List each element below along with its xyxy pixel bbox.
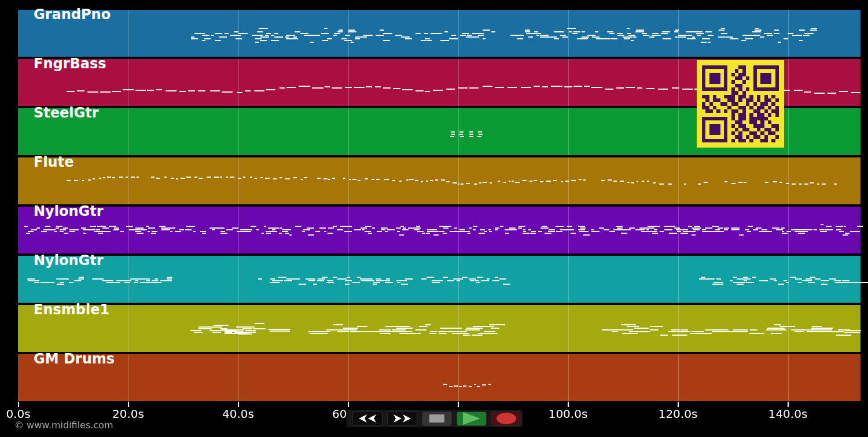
stop-button[interactable] xyxy=(422,412,452,426)
midi-player-window: GrandPnoFngrBassSteelGtrFluteNylonGtrNyl… xyxy=(0,0,868,437)
record-button[interactable] xyxy=(491,412,521,426)
qr-code-modules xyxy=(702,65,779,142)
axis-tick-label: 100.0s xyxy=(549,407,588,421)
axis-tick xyxy=(458,402,459,407)
axis-tick xyxy=(678,402,679,407)
stop-icon xyxy=(429,414,445,423)
axis-tick xyxy=(18,402,19,407)
axis-tick xyxy=(128,402,129,407)
transport-bar xyxy=(347,410,523,427)
axis-tick-label: 120.0s xyxy=(659,407,698,421)
play-button[interactable] xyxy=(457,412,487,426)
axis-tick xyxy=(568,402,569,407)
axis-tick-label: 0.0s xyxy=(6,407,30,421)
axis-tick-label: 40.0s xyxy=(222,407,254,421)
copyright-text: © www.midifiles.com xyxy=(14,420,113,431)
record-icon xyxy=(495,412,517,425)
rewind-button[interactable] xyxy=(352,412,382,426)
rewind-icon xyxy=(357,414,378,423)
fast-forward-button[interactable] xyxy=(387,412,417,426)
axis-tick xyxy=(348,402,349,407)
axis-tick xyxy=(788,402,789,407)
axis-tick-label: 140.0s xyxy=(768,407,808,421)
axis-tick xyxy=(238,402,239,407)
qr-code xyxy=(697,60,784,148)
axis-tick-label: 20.0s xyxy=(112,407,144,421)
play-icon xyxy=(462,412,481,425)
fast-forward-icon xyxy=(392,414,413,423)
